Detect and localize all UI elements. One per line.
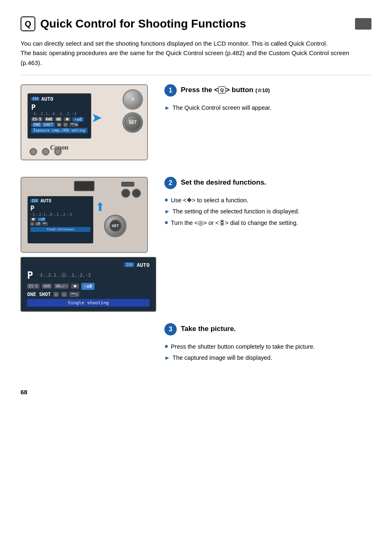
step-2-title-text: Set the desired functions. bbox=[181, 178, 266, 187]
step-1-row: ISO AUTO P ⁻3..2.1..0..1..2.·3 ES·S AWB … bbox=[21, 84, 371, 165]
camera-nav-back: SET bbox=[104, 215, 127, 237]
camera-port-2 bbox=[42, 148, 49, 155]
lcd-panel-row4: ONE SHOT ◎ □ 📷= bbox=[27, 292, 150, 297]
step-3-title: Take the picture. bbox=[181, 325, 236, 333]
lcd-iso-label: ISO bbox=[31, 97, 39, 101]
lcd-panel-square: □ bbox=[61, 292, 67, 297]
lcd-bottom-text: Exposure comp./AEb setting bbox=[31, 128, 88, 133]
camera-port-3 bbox=[54, 148, 62, 155]
step-3-bullet-text-1: Press the shutter button completely to t… bbox=[171, 342, 315, 351]
lcd-screen-1: ISO AUTO P ⁻3..2.1..0..1..2.·3 ES·S AWB … bbox=[28, 93, 91, 139]
camera-nav-ring-2: SET bbox=[104, 215, 127, 237]
lcd-panel-wb: WB+/− bbox=[54, 284, 69, 289]
intro-paragraph: You can directly select and set the shoo… bbox=[21, 39, 371, 67]
step-1-title: Press the <Q> button (☆10) bbox=[181, 86, 270, 94]
blue-arrow-1: ➤ bbox=[91, 110, 102, 125]
lcd2-tag3: □M bbox=[35, 222, 41, 226]
lcd-panel-bottom-text: Single shooting bbox=[27, 299, 150, 307]
cam-buttons-row bbox=[121, 189, 141, 198]
step-2-bullet-2: ● Turn the <◎> or <🎛> dial to change the… bbox=[164, 218, 371, 227]
cam-button-afon bbox=[121, 182, 134, 187]
section-divider bbox=[21, 75, 371, 75]
camera-back-buttons bbox=[121, 182, 141, 198]
steps-container: ISO AUTO P ⁻3..2.1..0..1..2.·3 ES·S AWB … bbox=[21, 84, 371, 376]
lcd-panel-cam: 📷= bbox=[69, 292, 79, 297]
lcd-oneshot: ONE SHOT bbox=[31, 123, 55, 127]
lcd-tag-6: □ bbox=[63, 123, 68, 127]
step-2-image-area: ISO AUTO P ⁻3..2.1..0..1..2.·3 🔲 ⚡±0 ◎ □… bbox=[21, 177, 156, 312]
camera-bottom-controls bbox=[30, 148, 62, 155]
step-2-bullet-1: ● Use <❖> to select a function. bbox=[164, 196, 371, 205]
lcd2-iso: ISO bbox=[30, 199, 39, 203]
title-text: Quick Control for Shooting Functions bbox=[40, 17, 246, 30]
bullet-icon-1: ● bbox=[164, 196, 168, 204]
step-2-content: 2 Set the desired functions. ● Use <❖> t… bbox=[164, 177, 371, 230]
lcd-screen-2: ISO AUTO P ⁻3..2.1..0..1..2.·3 🔲 ⚡±0 ◎ □… bbox=[28, 196, 93, 243]
lcd-panel-large: ISO AUTO P ⁻3..2.1..⓪..1..2.·3 ES·S AWB … bbox=[21, 257, 156, 312]
cam-btn-round-2 bbox=[132, 189, 141, 198]
step-2-arrow-1: ► The setting of the selected function i… bbox=[164, 207, 371, 216]
step-3-row: 3 Take the picture. ● Press the shutter … bbox=[21, 323, 371, 365]
lcd2-scale: ⁻3..2.1..0..1..2.·3 bbox=[30, 213, 90, 217]
lcd-panel-row2: P ⁻3..2.1..⓪..1..2.·3 bbox=[27, 270, 150, 281]
lcd-exp: ⚡±0 bbox=[72, 117, 84, 122]
intro-line-1: You can directly select and set the shoo… bbox=[21, 40, 327, 47]
step-1-badge: 1 bbox=[164, 84, 177, 97]
lcd-tag-1: ES·S bbox=[31, 117, 43, 121]
camera-viewfinder bbox=[74, 181, 95, 191]
arrow-icon-3: ► bbox=[164, 354, 170, 363]
title-decoration bbox=[355, 18, 371, 30]
lcd-panel-mode: P bbox=[27, 270, 33, 281]
step-1-title-text: Press the <Q> button (☆10) bbox=[181, 86, 270, 94]
step-2-title: Set the desired functions. bbox=[181, 178, 266, 187]
step-3-arrow-1: ► The captured image will be displayed. bbox=[164, 353, 371, 363]
lcd-panel-circ: ◎ bbox=[53, 292, 59, 297]
blue-arrow-up: ⬆ bbox=[95, 200, 105, 214]
arrow-icon-2: ► bbox=[164, 207, 170, 216]
camera-set-button: SET bbox=[125, 114, 141, 131]
lcd-panel-exp: ⚡±0 bbox=[81, 283, 95, 290]
lcd-panel-scale: ⁻3..2.1..⓪..1..2.·3 bbox=[37, 272, 90, 278]
step-2-instructions: ● Use <❖> to select a function. ► The se… bbox=[164, 196, 371, 228]
lcd-mode-p: P bbox=[31, 103, 36, 111]
set-btn-2: SET bbox=[109, 220, 122, 232]
lcd2-auto: AUTO bbox=[40, 198, 51, 204]
lcd-panel-row1: ISO AUTO bbox=[27, 262, 150, 268]
lcd-tag-3: WB bbox=[55, 117, 62, 121]
step-1-image-area: ISO AUTO P ⁻3..2.1..0..1..2.·3 ES·S AWB … bbox=[21, 84, 156, 165]
step-3-badge: 3 bbox=[164, 323, 177, 336]
step-3-bullet-1: ● Press the shutter button completely to… bbox=[164, 342, 371, 351]
camera-back-image: ISO AUTO P ⁻3..2.1..0..1..2.·3 🔲 ⚡±0 ◎ □… bbox=[21, 177, 148, 253]
lcd2-exp: ⚡±0 bbox=[37, 217, 46, 221]
q-button-icon: Q bbox=[218, 86, 226, 94]
lcd-panel-ess: ES·S bbox=[27, 284, 39, 289]
step-1-content: 1 Press the <Q> button (☆10) ► The Quick… bbox=[164, 84, 371, 115]
lcd2-tag1: 🔲 bbox=[30, 217, 36, 221]
camera-front-image: ISO AUTO P ⁻3..2.1..0..1..2.·3 ES·S AWB … bbox=[21, 84, 148, 160]
lcd-panel-awb: AWB bbox=[42, 284, 52, 289]
camera-controls-right: ⚙ SET bbox=[122, 89, 143, 133]
step-3-instructions: ● Press the shutter button completely to… bbox=[164, 342, 371, 363]
step-3-content: 3 Take the picture. ● Press the shutter … bbox=[164, 323, 371, 365]
lcd-panel-iso: ISO bbox=[124, 262, 134, 267]
lcd-panel-oneshot: ONE SHOT bbox=[27, 292, 51, 297]
step-1-instructions: ► The Quick Control screen will appear. bbox=[164, 103, 371, 113]
lcd2-mode: P bbox=[30, 204, 35, 212]
lcd-tag-7: 📷= bbox=[69, 123, 78, 127]
step-2-row: ISO AUTO P ⁻3..2.1..0..1..2.·3 🔲 ⚡±0 ◎ □… bbox=[21, 177, 371, 312]
intro-line-2: The basic operating procedures are the s… bbox=[21, 49, 349, 66]
step-2-bullet-text-2: Turn the <◎> or <🎛> dial to change the s… bbox=[171, 218, 298, 227]
step-2-bullet-text-1: Use <❖> to select a function. bbox=[171, 196, 249, 205]
lcd-panel-auto: AUTO bbox=[137, 262, 150, 268]
step-2-badge: 2 bbox=[164, 177, 177, 189]
timer-icon: (☆10) bbox=[255, 87, 270, 93]
arrow-icon-1: ► bbox=[164, 104, 170, 113]
camera-port-1 bbox=[30, 148, 37, 155]
page-title: Q Quick Control for Shooting Functions bbox=[21, 16, 371, 31]
lcd-tag-2: AWB bbox=[44, 117, 53, 121]
step-1-arrow-1: ► The Quick Control screen will appear. bbox=[164, 103, 371, 113]
step-3-arrow-text-1: The captured image will be displayed. bbox=[173, 353, 272, 362]
step-3-title-text: Take the picture. bbox=[181, 325, 236, 333]
step-1-arrow-text-1: The Quick Control screen will appear. bbox=[173, 103, 272, 112]
lcd2-bottom: fixed continuous bbox=[30, 227, 90, 232]
